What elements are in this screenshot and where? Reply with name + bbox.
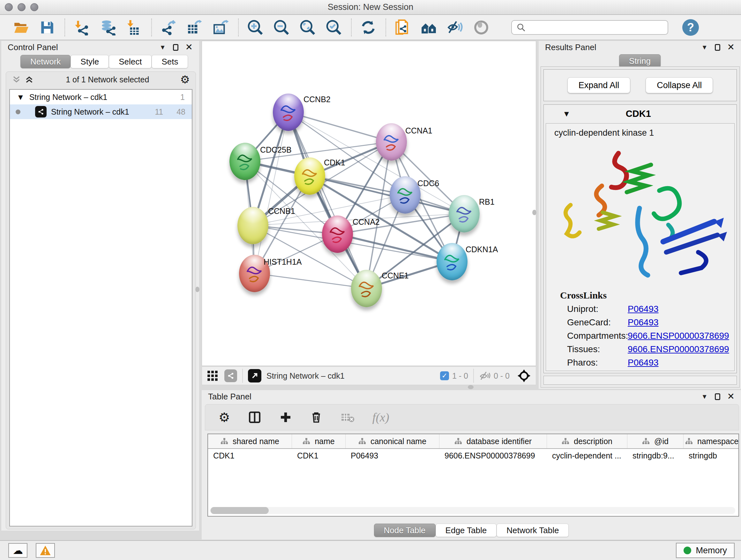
network-options-gear-icon[interactable]: ⚙ xyxy=(180,74,190,85)
tab-select[interactable]: Select xyxy=(109,55,151,68)
network-node-RB1[interactable] xyxy=(449,195,480,233)
zoom-selected-button[interactable] xyxy=(325,18,343,37)
open-view-icon[interactable] xyxy=(248,369,261,382)
apply-layout-button[interactable] xyxy=(359,18,377,37)
save-session-button[interactable] xyxy=(38,18,56,37)
grid-view-icon[interactable] xyxy=(206,370,219,382)
collection-expand-icon[interactable]: ▼ xyxy=(18,94,23,101)
network-node-CCNB2[interactable] xyxy=(273,94,304,131)
network-edge[interactable] xyxy=(254,112,288,273)
open-session-button[interactable] xyxy=(12,18,30,37)
results-panel-float-icon[interactable] xyxy=(715,44,720,51)
expand-all-button[interactable]: Expand All xyxy=(567,77,630,93)
table-panel-menu-icon[interactable]: ▼ xyxy=(701,393,708,400)
export-image-button[interactable] xyxy=(212,18,230,37)
table-tab-node-table[interactable]: Node Table xyxy=(374,523,435,537)
results-panel-close-icon[interactable]: ✕ xyxy=(727,43,735,52)
column-header-description[interactable]: description xyxy=(547,434,627,448)
table-cell[interactable]: stringdb xyxy=(684,449,739,462)
control-panel-close-icon[interactable]: ✕ xyxy=(185,43,193,52)
network-edge[interactable] xyxy=(254,273,366,288)
cdk1-section: ▼ CDK1 cyclin-dependent kinase 1 xyxy=(543,105,737,373)
section-expand-icon[interactable]: ▼ xyxy=(564,110,569,117)
table-tab-edge-table[interactable]: Edge Table xyxy=(435,523,497,537)
column-header-shared-name[interactable]: shared name xyxy=(208,434,292,448)
zoom-in-button[interactable] xyxy=(246,18,264,37)
tab-network[interactable]: Network xyxy=(20,55,71,68)
control-panel-menu-icon[interactable]: ▼ xyxy=(159,44,166,51)
table-cell[interactable]: CDK1 xyxy=(208,449,292,462)
network-share-icon[interactable] xyxy=(224,369,237,382)
cdk1-section-header[interactable]: ▼ CDK1 xyxy=(544,105,737,123)
warnings-button[interactable] xyxy=(36,543,55,558)
column-header-canonical-name[interactable]: canonical name xyxy=(346,434,440,448)
cloud-button[interactable]: ☁ xyxy=(8,543,27,558)
memory-button[interactable]: Memory xyxy=(676,543,735,558)
help-button[interactable]: ? xyxy=(682,19,699,36)
network-node-CCNA2[interactable] xyxy=(322,215,353,253)
network-annotation-button[interactable] xyxy=(394,18,412,37)
network-node-CDC25B[interactable] xyxy=(229,143,260,180)
table-panel-close-icon[interactable]: ✕ xyxy=(727,392,735,401)
table-tab-network-table[interactable]: Network Table xyxy=(496,523,569,537)
network-node-CDK1[interactable] xyxy=(294,158,325,195)
network-row-selected[interactable]: String Network – cdk1 11 48 xyxy=(10,105,192,119)
network-collection-row[interactable]: ▼ String Network – cdk1 1 xyxy=(10,90,192,105)
crosslink-link[interactable]: P06493 xyxy=(628,304,659,314)
search-input[interactable] xyxy=(526,22,668,33)
table-row[interactable]: CDK1CDK1P064939606.ENSP00000378699cyclin… xyxy=(208,449,738,462)
zoom-fit-button[interactable] xyxy=(299,18,317,37)
column-header-namespace[interactable]: namespace xyxy=(684,434,739,448)
collapse-all-button[interactable]: Collapse All xyxy=(646,77,713,93)
tab-sets[interactable]: Sets xyxy=(151,55,188,68)
table-cell[interactable]: stringdb:9... xyxy=(627,449,684,462)
network-canvas[interactable]: CCNB2 CCNA1 CDC25B CDK1 CDC6 RB1CCNB1 xyxy=(202,41,536,366)
scrollbar-handle[interactable] xyxy=(211,507,269,514)
expand-all-icon[interactable] xyxy=(24,75,35,84)
table-panel-float-icon[interactable] xyxy=(715,393,720,400)
splitter-handle[interactable] xyxy=(468,385,474,389)
inactive-eye-button[interactable] xyxy=(472,18,490,37)
crosslink-link[interactable]: P06493 xyxy=(628,317,659,327)
import-network-database-button[interactable] xyxy=(99,18,117,37)
results-panel-menu-icon[interactable]: ▼ xyxy=(701,44,708,51)
table-settings-gear-icon[interactable]: ⚙ xyxy=(219,411,230,424)
crosslink-link[interactable]: P06493 xyxy=(628,358,659,368)
table-cell[interactable]: P06493 xyxy=(346,449,440,462)
import-network-file-button[interactable] xyxy=(73,18,91,37)
export-network-button[interactable] xyxy=(159,18,178,37)
select-columns-icon[interactable] xyxy=(248,411,261,424)
table-horizontal-scrollbar[interactable] xyxy=(210,507,735,514)
birds-eye-icon[interactable] xyxy=(517,368,531,383)
network-node-CDKN1A[interactable] xyxy=(436,243,468,280)
table-cell[interactable]: 9606.ENSP00000378699 xyxy=(440,449,547,462)
gray-sphere-icon xyxy=(473,19,489,36)
export-table-button[interactable] xyxy=(186,18,204,37)
delete-column-icon[interactable] xyxy=(310,411,323,424)
network-node-CCNE1[interactable] xyxy=(351,270,382,307)
collapse-all-icon[interactable] xyxy=(12,75,22,84)
houses-button[interactable] xyxy=(420,18,438,37)
crosslink-link[interactable]: 9606.ENSP00000378699 xyxy=(628,344,729,354)
tab-style[interactable]: Style xyxy=(71,55,109,68)
add-column-icon[interactable] xyxy=(279,411,292,424)
network-node-CDC6[interactable] xyxy=(390,176,421,213)
selected-checkbox-icon[interactable]: ✓ xyxy=(440,371,449,380)
column-header-id[interactable]: @id xyxy=(627,434,684,448)
column-header-name[interactable]: name xyxy=(292,434,346,448)
tab-string[interactable]: String xyxy=(619,54,661,68)
splitter-handle[interactable] xyxy=(195,287,199,292)
network-node-CCNA1[interactable] xyxy=(376,123,407,161)
table-cell[interactable]: CDK1 xyxy=(292,449,346,462)
column-header-database-identifier[interactable]: database identifier xyxy=(440,434,547,448)
hide-panel-button[interactable] xyxy=(446,18,464,37)
import-table-button[interactable] xyxy=(125,18,143,37)
splitter-handle[interactable] xyxy=(532,210,536,215)
network-node-CCNB1[interactable] xyxy=(238,207,268,244)
crosslink-link[interactable]: 9606.ENSP00000378699 xyxy=(628,331,729,341)
network-node-label: CCNE1 xyxy=(382,271,409,280)
cloud-icon: ☁ xyxy=(13,545,23,556)
control-panel-float-icon[interactable] xyxy=(173,44,179,51)
zoom-out-button[interactable] xyxy=(273,18,290,37)
table-cell[interactable]: cyclin-dependent ... xyxy=(547,449,627,462)
